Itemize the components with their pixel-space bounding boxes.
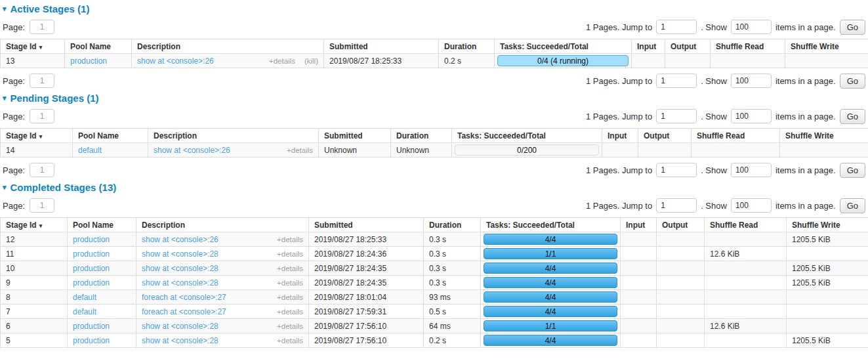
column-header-tasks-succeeded-total[interactable]: Tasks: Succeeded/Total bbox=[452, 129, 602, 143]
go-button[interactable]: Go bbox=[840, 20, 865, 35]
go-button[interactable]: Go bbox=[840, 74, 865, 89]
description-link[interactable]: foreach at <console>:27 bbox=[142, 307, 226, 316]
description-link[interactable]: show at <console>:26 bbox=[137, 56, 214, 66]
description-cell: show at <console>:28+details bbox=[136, 319, 309, 333]
column-header-pool-name[interactable]: Pool Name bbox=[65, 39, 132, 54]
details-toggle[interactable]: +details bbox=[277, 308, 303, 316]
show-count-input[interactable] bbox=[731, 74, 772, 88]
column-header-description[interactable]: Description bbox=[136, 218, 309, 232]
go-button[interactable]: Go bbox=[840, 198, 865, 213]
page-control: Page: bbox=[3, 109, 54, 123]
column-header-tasks-succeeded-total[interactable]: Tasks: Succeeded/Total bbox=[481, 218, 621, 232]
description-link[interactable]: foreach at <console>:27 bbox=[142, 293, 226, 302]
details-toggle[interactable]: +details bbox=[277, 279, 303, 287]
pool-name-link[interactable]: production bbox=[70, 56, 107, 66]
column-header-input[interactable]: Input bbox=[632, 39, 665, 54]
column-header-description[interactable]: Description bbox=[148, 129, 319, 143]
column-header-duration[interactable]: Duration bbox=[424, 218, 481, 232]
submitted-cell: 2019/08/27 18:25:33 bbox=[309, 232, 424, 247]
column-header-stage-id[interactable]: Stage Id▾ bbox=[1, 39, 65, 54]
column-header-tasks-succeeded-total[interactable]: Tasks: Succeeded/Total bbox=[495, 39, 632, 54]
column-header-output[interactable]: Output bbox=[638, 129, 692, 143]
show-count-input[interactable] bbox=[731, 198, 772, 213]
pool-name-link[interactable]: production bbox=[73, 336, 110, 345]
description-link[interactable]: show at <console>:28 bbox=[142, 336, 218, 345]
kill-link[interactable]: (kill) bbox=[304, 57, 318, 65]
jump-to-input[interactable] bbox=[656, 163, 697, 177]
column-header-shuffle-read[interactable]: Shuffle Read bbox=[705, 218, 787, 232]
page-input[interactable] bbox=[30, 198, 54, 213]
column-header-submitted[interactable]: Submitted bbox=[319, 129, 391, 143]
section-title-active[interactable]: ▾Active Stages (1) bbox=[3, 3, 868, 14]
show-count-input[interactable] bbox=[731, 20, 772, 34]
pool-name-link[interactable]: production bbox=[73, 278, 110, 287]
column-header-shuffle-write[interactable]: Shuffle Write bbox=[785, 39, 868, 54]
pool-name-link[interactable]: default bbox=[73, 307, 96, 316]
description-link[interactable]: show at <console>:28 bbox=[142, 322, 218, 331]
details-toggle[interactable]: +details bbox=[277, 337, 303, 345]
jump-to-input[interactable] bbox=[656, 20, 697, 34]
details-toggle[interactable]: +details bbox=[269, 57, 295, 65]
jump-controls: 1 Pages. Jump to. Showitems in a page.Go bbox=[586, 198, 865, 213]
page-input[interactable] bbox=[30, 74, 54, 88]
page-input[interactable] bbox=[30, 109, 54, 123]
show-count-input[interactable] bbox=[731, 163, 772, 177]
description-link[interactable]: show at <console>:26 bbox=[142, 235, 218, 244]
column-header-description[interactable]: Description bbox=[132, 39, 324, 54]
pool-name-link[interactable]: production bbox=[73, 264, 110, 273]
pool-name-link[interactable]: production bbox=[73, 322, 110, 331]
description-link[interactable]: show at <console>:28 bbox=[142, 264, 218, 273]
pool-name-link[interactable]: production bbox=[73, 249, 110, 259]
column-header-shuffle-read[interactable]: Shuffle Read bbox=[692, 129, 780, 143]
show-text: . Show bbox=[701, 165, 727, 175]
page-control: Page: bbox=[3, 198, 54, 213]
duration-cell: 0.3 s bbox=[424, 247, 481, 261]
pool-name-link[interactable]: default bbox=[78, 146, 102, 155]
go-button[interactable]: Go bbox=[840, 163, 865, 178]
column-header-pool-name[interactable]: Pool Name bbox=[68, 218, 136, 232]
pool-name-cell: production bbox=[68, 319, 136, 333]
jump-to-input[interactable] bbox=[656, 198, 697, 213]
jump-to-input[interactable] bbox=[656, 74, 697, 88]
column-header-stage-id[interactable]: Stage Id▾ bbox=[1, 129, 73, 143]
page-input[interactable] bbox=[30, 20, 54, 34]
column-header-shuffle-write[interactable]: Shuffle Write bbox=[780, 129, 868, 143]
description-cell: show at <console>:28+details bbox=[136, 261, 309, 276]
description-link[interactable]: show at <console>:26 bbox=[154, 146, 230, 155]
details-toggle[interactable]: +details bbox=[287, 146, 313, 154]
tasks-progress-cell: 1/1 bbox=[481, 247, 621, 261]
page-control: Page: bbox=[3, 74, 54, 88]
section-title-completed[interactable]: ▾Completed Stages (13) bbox=[3, 182, 868, 193]
column-header-duration[interactable]: Duration bbox=[439, 39, 495, 54]
column-header-input[interactable]: Input bbox=[621, 218, 657, 232]
show-count-input[interactable] bbox=[731, 109, 772, 123]
column-header-submitted[interactable]: Submitted bbox=[309, 218, 424, 232]
jump-controls: 1 Pages. Jump to. Showitems in a page.Go bbox=[586, 20, 865, 35]
pool-name-link[interactable]: default bbox=[73, 293, 96, 302]
description-link[interactable]: show at <console>:28 bbox=[142, 278, 218, 287]
details-toggle[interactable]: +details bbox=[277, 293, 303, 301]
details-toggle[interactable]: +details bbox=[277, 250, 303, 258]
column-header-input[interactable]: Input bbox=[602, 129, 638, 143]
details-toggle[interactable]: +details bbox=[277, 322, 303, 330]
column-header-stage-id[interactable]: Stage Id▾ bbox=[1, 218, 68, 232]
input-cell bbox=[602, 143, 638, 158]
details-toggle[interactable]: +details bbox=[277, 236, 303, 244]
page-input[interactable] bbox=[30, 163, 54, 177]
section-title-pending[interactable]: ▾Pending Stages (1) bbox=[3, 93, 868, 104]
description-cell: show at <console>:28+details bbox=[136, 247, 309, 261]
column-header-shuffle-write[interactable]: Shuffle Write bbox=[787, 218, 868, 232]
column-header-duration[interactable]: Duration bbox=[391, 129, 452, 143]
column-header-shuffle-read[interactable]: Shuffle Read bbox=[711, 39, 785, 54]
sort-desc-icon: ▾ bbox=[39, 223, 43, 229]
column-header-output[interactable]: Output bbox=[665, 39, 711, 54]
details-toggle[interactable]: +details bbox=[277, 265, 303, 272]
stages-table-pending: Stage Id▾Pool NameDescriptionSubmittedDu… bbox=[0, 128, 868, 158]
pool-name-link[interactable]: production bbox=[73, 235, 110, 244]
column-header-submitted[interactable]: Submitted bbox=[324, 39, 439, 54]
description-link[interactable]: show at <console>:28 bbox=[142, 249, 218, 259]
go-button[interactable]: Go bbox=[840, 109, 865, 124]
column-header-output[interactable]: Output bbox=[657, 218, 705, 232]
column-header-pool-name[interactable]: Pool Name bbox=[73, 129, 148, 143]
jump-to-input[interactable] bbox=[656, 109, 697, 123]
